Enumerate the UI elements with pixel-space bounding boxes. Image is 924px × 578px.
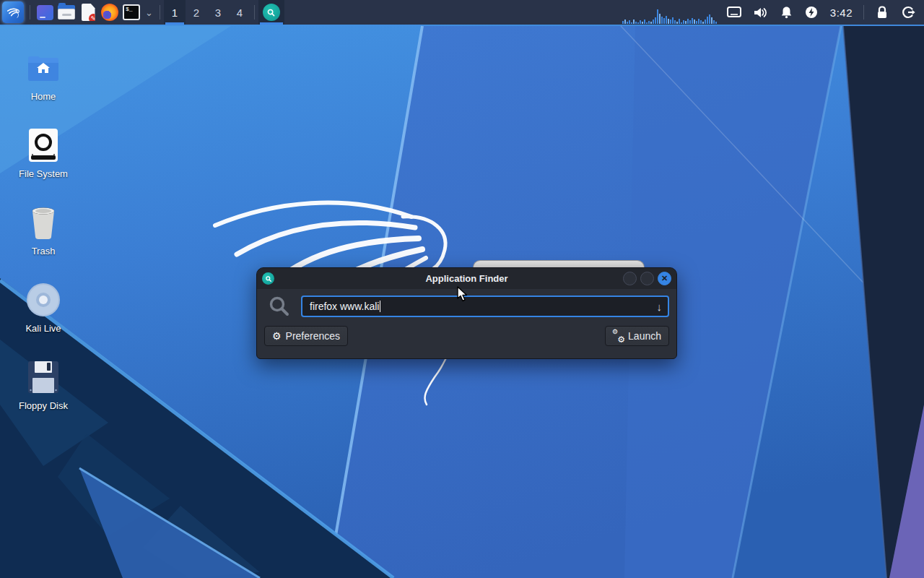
panel-separator [30, 5, 30, 20]
gear-icon: ⚙ [272, 331, 282, 341]
display-tray-icon[interactable] [727, 7, 741, 18]
maximize-button[interactable] [640, 272, 654, 285]
cpu-graph-bar [692, 18, 693, 24]
firefox-icon [101, 4, 118, 21]
desktop-icon-trash[interactable]: Trash [9, 189, 78, 256]
application-finder-icon [263, 4, 280, 21]
preferences-button-label: Preferences [286, 330, 340, 342]
workspace-button-2[interactable]: 2 [186, 0, 207, 25]
trash-can-icon [29, 204, 58, 241]
cpu-graph-bar [653, 20, 654, 24]
cpu-graph-bar [627, 22, 628, 24]
panel-spacer [284, 0, 622, 25]
launcher-firefox[interactable] [99, 0, 121, 25]
cpu-graph-bar [709, 14, 710, 24]
workspace-button-3[interactable]: 3 [207, 0, 229, 25]
cpu-graph-bar [713, 20, 715, 24]
cpu-graph-bar [711, 17, 712, 24]
cpu-graph-bar [622, 21, 624, 24]
cpu-graph-bar [700, 20, 702, 24]
cpu-graph-bar [663, 18, 665, 24]
cpu-graph-bar [657, 9, 658, 24]
text-editor-icon: ✎ [82, 4, 95, 21]
optical-disc-icon [26, 281, 61, 319]
cpu-graph-bar [707, 17, 708, 24]
home-folder-icon [27, 49, 60, 87]
cpu-graph-bar [642, 22, 643, 24]
cpu-graph-bar [687, 19, 689, 24]
power-manager-icon[interactable] [805, 6, 818, 19]
file-system-drive-icon [28, 126, 58, 164]
panel-separator [160, 5, 160, 20]
launcher-window-app[interactable] [34, 0, 56, 25]
launch-button-label: Launch [628, 330, 661, 342]
volume-icon[interactable] [754, 7, 768, 19]
logout-icon[interactable] [902, 6, 915, 19]
cpu-graph-bar [629, 20, 630, 24]
window-title: Application Finder [257, 273, 676, 284]
cpu-graph-bar [670, 20, 671, 24]
cpu-graph-bar [668, 19, 669, 24]
launcher-dropdown-chevron[interactable]: ⌄ [142, 0, 156, 25]
dropdown-arrow-icon[interactable]: ↓ [657, 301, 663, 313]
cpu-graph-bar [685, 21, 687, 24]
application-finder-window: Application Finder ✕ firefox www.kali ↓ [256, 267, 677, 359]
cpu-graph-bar [635, 22, 637, 24]
desktop-icon-home[interactable]: Home [9, 35, 78, 102]
launcher-group: ✎ $_ ⌄ [34, 0, 156, 25]
cpu-graph-bar [674, 20, 676, 24]
cpu-graph-bar [633, 20, 635, 24]
launch-button[interactable]: ⚙⚙ Launch [605, 326, 669, 346]
desktop-icon-label: File System [19, 168, 68, 179]
launcher-file-manager[interactable] [56, 0, 77, 25]
workspace-switcher: 1234 [164, 0, 250, 25]
kali-logo-icon [5, 4, 21, 20]
launch-gears-icon: ⚙⚙ [613, 331, 624, 342]
cpu-graph-bar [679, 19, 680, 24]
applications-menu-button[interactable] [2, 1, 24, 23]
file-manager-icon [58, 5, 75, 20]
cpu-graph-bar [672, 17, 674, 24]
desktop-root: { "panel": { "menu": { "name": "kali-app… [0, 0, 924, 578]
desktop-icon-kali-live[interactable]: Kali Live [9, 267, 78, 334]
taskbar-item-application-finder[interactable] [258, 0, 284, 25]
desktop-icon-label: Kali Live [25, 323, 61, 334]
cpu-graph-bar [666, 16, 667, 24]
cpu-graph-bar [631, 22, 632, 24]
window-app-icon [37, 5, 53, 20]
search-input-value: firefox www.kali [310, 301, 379, 312]
cpu-graph-bar [702, 22, 704, 24]
preferences-button[interactable]: ⚙ Preferences [264, 326, 348, 346]
panel-separator [863, 5, 864, 20]
floppy-disk-icon [27, 358, 59, 396]
clock[interactable]: 3:42 [830, 7, 853, 19]
cpu-graph-bar [648, 21, 650, 24]
cpu-graph-monitor[interactable] [622, 0, 717, 25]
text-caret [380, 301, 380, 312]
cpu-graph-bar [637, 22, 639, 24]
minimize-button[interactable] [623, 272, 637, 285]
pencil-icon: ✎ [91, 15, 96, 22]
cpu-graph-bar [676, 22, 678, 24]
close-button[interactable]: ✕ [658, 272, 671, 285]
workspace-button-4[interactable]: 4 [229, 0, 250, 25]
cpu-graph-bar [681, 22, 682, 24]
terminal-icon: $_ [123, 4, 140, 20]
application-finder-titlebar[interactable]: Application Finder ✕ [257, 268, 676, 289]
top-panel: ✎ $_ ⌄ 1234 [0, 0, 924, 25]
desktop-icon-label: Trash [32, 246, 56, 256]
desktop-icon-list: Home File System Trash Kali Live Floppy … [9, 35, 78, 411]
search-input[interactable]: firefox www.kali ↓ [301, 296, 669, 317]
desktop-icon-file-system[interactable]: File System [9, 112, 78, 179]
lock-screen-icon[interactable] [876, 6, 888, 19]
desktop-icon-label: Floppy Disk [19, 400, 68, 411]
cpu-graph-bar [696, 21, 697, 24]
launcher-terminal[interactable]: $_ [121, 0, 142, 25]
cpu-graph-bar [694, 20, 695, 24]
workspace-button-1[interactable]: 1 [164, 0, 186, 25]
cpu-graph-bar [650, 22, 652, 24]
desktop-icon-floppy-disk[interactable]: Floppy Disk [9, 344, 78, 411]
cpu-graph-bar [655, 17, 656, 24]
launcher-text-editor[interactable]: ✎ [77, 0, 99, 25]
notification-bell-icon[interactable] [780, 6, 793, 19]
